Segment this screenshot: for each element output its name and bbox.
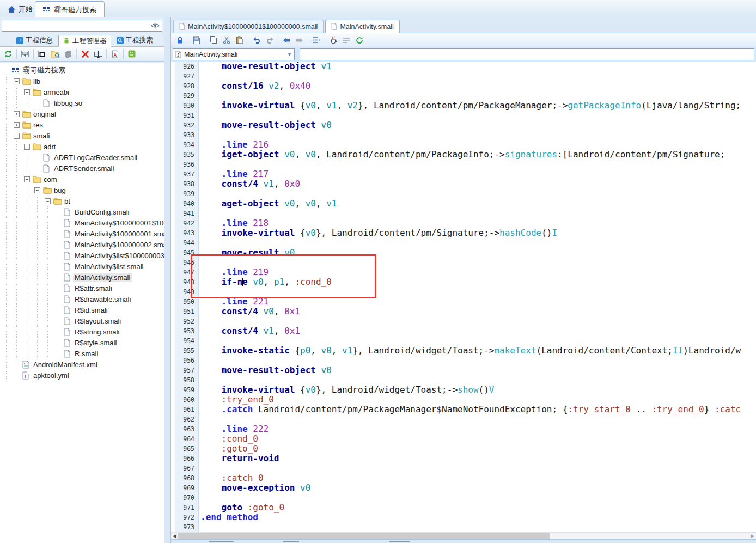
tree-item[interactable]: libbug.so: [0, 97, 164, 108]
code-line[interactable]: 962: [171, 414, 756, 424]
code-line[interactable]: 931: [171, 111, 756, 120]
code-line[interactable]: 966 return-void: [171, 454, 756, 463]
code-line[interactable]: 964 :cond_0: [171, 434, 756, 444]
collapse-icon[interactable]: −: [24, 89, 30, 95]
code-line[interactable]: 958: [171, 375, 756, 385]
horizontal-scrollbar[interactable]: ◀ ▶: [171, 532, 756, 539]
refresh-icon[interactable]: [2, 48, 15, 60]
code-line[interactable]: 951 const/4 v0, 0x1: [171, 307, 756, 316]
tree-item[interactable]: MainActivity$100000001$100: [0, 217, 164, 228]
collapse-icon[interactable]: −: [34, 187, 40, 193]
scrollbar-thumb[interactable]: [178, 533, 550, 539]
tree-item[interactable]: −lib: [0, 76, 164, 87]
code-line[interactable]: 943 invoke-virtual {v0}, Landroid/conten…: [171, 228, 756, 238]
redo-icon[interactable]: [263, 34, 276, 46]
code-line[interactable]: 936: [171, 160, 756, 169]
code-line[interactable]: 953 const/4 v1, 0x1: [171, 326, 756, 336]
code-line[interactable]: 971 goto :goto_0: [171, 503, 756, 513]
tree-item[interactable]: R$string.smali: [0, 326, 164, 337]
editor-tab-active[interactable]: MainActivity.smali: [325, 20, 399, 33]
tree-item[interactable]: −bt: [0, 196, 164, 206]
window-preview-icon[interactable]: [35, 48, 48, 60]
collapse-icon[interactable]: −: [45, 198, 51, 204]
code-line[interactable]: 959 invoke-virtual {v0}, Landroid/widget…: [171, 385, 756, 395]
tree-item[interactable]: +original: [0, 108, 164, 119]
expand-icon[interactable]: +: [14, 122, 20, 128]
search-folder-icon[interactable]: [48, 48, 62, 60]
tab-project-search[interactable]: 工程搜索: [112, 34, 157, 46]
tree-item[interactable]: −bug: [0, 185, 164, 196]
forward-icon[interactable]: [293, 34, 306, 46]
package-icon[interactable]: [62, 48, 75, 60]
export-image-icon[interactable]: [19, 48, 32, 60]
code-line[interactable]: 970: [171, 493, 756, 503]
lock-icon[interactable]: [173, 34, 186, 46]
code-line[interactable]: 941: [171, 209, 756, 218]
code-line[interactable]: 955 invoke-static {p0, v0, v1}, Landroid…: [171, 346, 756, 356]
tree-item[interactable]: R$id.smali: [0, 304, 164, 315]
collapse-icon[interactable]: −: [14, 78, 20, 84]
code-line[interactable]: 934 .line 216: [171, 140, 756, 150]
tree-item[interactable]: R.smali: [0, 348, 164, 359]
save-icon[interactable]: [190, 34, 203, 46]
code-line[interactable]: 952: [171, 316, 756, 326]
collapse-icon[interactable]: −: [24, 144, 30, 150]
tab-project[interactable]: 霸哥磁力搜索: [35, 1, 105, 17]
editor-tab-inactive[interactable]: MainActivity$100000001$100000000.smali: [173, 20, 324, 33]
code-line[interactable]: 957 move-result-object v0: [171, 365, 756, 375]
tree-item[interactable]: −smali: [0, 130, 164, 141]
tree-item[interactable]: R$attr.smali: [0, 283, 164, 294]
tree-item[interactable]: −adrt: [0, 141, 164, 152]
java-icon[interactable]: [327, 34, 340, 46]
tree-item[interactable]: !apktool.yml: [0, 370, 164, 381]
tab-project-info[interactable]: i 工程信息: [12, 34, 57, 46]
code-line[interactable]: 944: [171, 238, 756, 248]
tree-item[interactable]: MainActivity.smali: [0, 272, 164, 283]
code-line[interactable]: 969 move-exception v0: [171, 483, 756, 493]
editor-search-input[interactable]: [300, 48, 754, 60]
tree-item[interactable]: −armeabi: [0, 87, 164, 97]
code-line[interactable]: 965 :goto_0: [171, 444, 756, 454]
file-selector-dropdown[interactable]: J MainActivity.smali ▼: [173, 48, 295, 60]
code-line[interactable]: 930 invoke-virtual {v0, v1, v2}, Landroi…: [171, 101, 756, 111]
code-line[interactable]: 968 :catch_0: [171, 473, 756, 483]
tree-item[interactable]: ADRTLogCatReader.smali: [0, 152, 164, 163]
tree-item[interactable]: MainActivity$100000001.smal: [0, 228, 164, 239]
tab-home[interactable]: 开始: [3, 2, 37, 16]
tree-item[interactable]: AndroidManifest.xml: [0, 359, 164, 370]
code-line[interactable]: 973: [171, 522, 756, 532]
code-line[interactable]: 928 const/16 v2, 0x40: [171, 81, 756, 91]
copy-icon[interactable]: [207, 34, 220, 46]
tab-project-manager[interactable]: 工程管理器: [58, 35, 111, 47]
code-line[interactable]: 939: [171, 189, 756, 199]
tree-item[interactable]: MainActivity$list.smali: [0, 261, 164, 272]
tree-item[interactable]: R$style.smali: [0, 337, 164, 348]
code-line[interactable]: 954: [171, 336, 756, 346]
doc-a-icon[interactable]: A: [108, 48, 121, 60]
collapse-icon[interactable]: −: [24, 176, 30, 182]
tree-item[interactable]: R$layout.smali: [0, 315, 164, 326]
format-icon[interactable]: [310, 34, 323, 46]
refresh-green-icon[interactable]: [353, 34, 366, 46]
tree-item[interactable]: ADRTSender.smali: [0, 163, 164, 174]
code-line[interactable]: 961 .catch Landroid/content/pm/PackageMa…: [171, 405, 756, 414]
code-line[interactable]: 942 .line 218: [171, 218, 756, 228]
collapse-icon[interactable]: −: [14, 133, 20, 139]
code-line[interactable]: 926 move-result-object v1: [171, 62, 756, 71]
scroll-left-arrow[interactable]: ◀: [171, 533, 178, 539]
delete-icon[interactable]: [78, 48, 92, 60]
undo-icon[interactable]: [250, 34, 263, 46]
rename-icon[interactable]: [92, 48, 105, 60]
code-line[interactable]: 927: [171, 71, 756, 81]
tree-item[interactable]: R$drawable.smali: [0, 294, 164, 304]
tree-item[interactable]: +res: [0, 119, 164, 130]
code-area[interactable]: 926 move-result-object v1927928 const/16…: [171, 62, 756, 532]
code-line[interactable]: 937 .line 217: [171, 169, 756, 179]
code-line[interactable]: 963 .line 222: [171, 424, 756, 434]
code-line[interactable]: 929: [171, 91, 756, 101]
tree-item[interactable]: MainActivity$100000002.smal: [0, 239, 164, 250]
tree-item[interactable]: 霸哥磁力搜索: [0, 65, 164, 76]
paste-icon[interactable]: [233, 34, 246, 46]
code-line[interactable]: 960 :try_end_0: [171, 395, 756, 405]
lines-icon[interactable]: [340, 34, 353, 46]
